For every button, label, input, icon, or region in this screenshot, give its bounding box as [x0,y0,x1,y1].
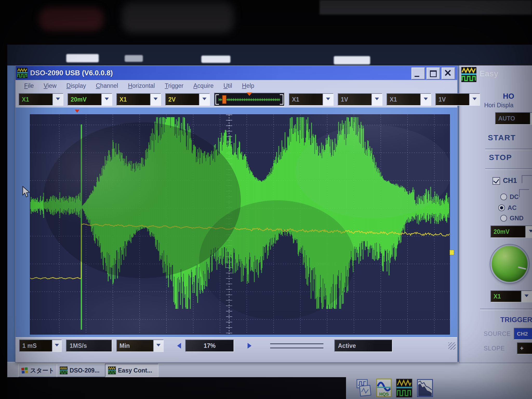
menu-item[interactable]: Help [237,80,259,91]
chevron-down-icon[interactable] [323,94,333,105]
menu-item[interactable]: Acquire [188,80,218,91]
minimize-icon [412,68,424,79]
coupling-dc-radio[interactable]: DC [500,193,519,201]
chevron-down-icon[interactable] [52,340,61,351]
hori-display-mode-dropdown[interactable]: AUTO [495,112,532,125]
title-bar[interactable]: DSO-2090 USB (V6.0.0.8) [16,66,457,80]
scope-display-svg[interactable] [30,115,450,334]
bezel-reflection [320,0,532,15]
scale-dropdown[interactable]: X1 [289,93,334,106]
radio-icon [498,204,505,211]
corner-bracket-icon [519,189,529,197]
dropdown-value: 1V [436,94,469,105]
toolbar: X1 20mV X1 2V [16,91,457,108]
trigger-pointer-icon [247,92,252,99]
scale-dropdown[interactable]: X1 [19,93,63,106]
samplerate-box: 1MS/s [66,340,112,352]
chevron-down-icon[interactable] [530,113,532,124]
menu-item[interactable]: Channel [91,80,123,91]
trigger-marker-handle[interactable] [222,95,227,104]
chevron-down-icon[interactable] [521,291,531,302]
scale-dropdown[interactable]: 1V [435,93,480,106]
chevron-down-icon[interactable] [101,94,112,105]
easy-window-title: Easy [480,69,498,78]
horizontal-heading: HO [503,92,514,101]
slider-right-bracket [280,94,283,105]
task-button-easy[interactable]: Easy Cont... [105,364,158,377]
dropdown-value: X1 [19,94,52,105]
vertical-position-knob[interactable] [490,245,529,283]
coupling-gnd-radio[interactable]: GND [500,215,523,222]
menu-item[interactable]: Horizontal [123,80,160,91]
dso-app-icon[interactable] [396,378,413,398]
chevron-down-icon[interactable] [371,94,382,105]
start-button[interactable]: START [486,133,517,142]
chevron-down-icon[interactable] [469,94,480,105]
scroll-left-icon[interactable] [177,343,181,349]
menu-item[interactable]: Util [218,80,237,91]
corner-bracket-icon [522,175,532,183]
menu-item[interactable]: View [39,80,61,91]
stop-button[interactable]: STOP [487,153,514,162]
dropdown-value: X1 [491,291,521,302]
window-title: DSO-2090 USB (V6.0.0.8) [30,69,113,77]
maximize-button[interactable] [427,68,440,79]
status-bar: 1 mS 1MS/s Min 17% Active [16,337,457,354]
close-button[interactable] [442,68,455,79]
ch1-volts-dropdown[interactable]: 20mV [490,225,532,238]
bezel-reflection [39,7,104,31]
monitor-screen: DSO-2090 USB (V6.0.0.8) FileViewDisplayC… [7,45,532,399]
trigger-position-slider[interactable] [214,93,285,106]
ch1-checkbox[interactable] [493,177,500,185]
scroll-right-icon[interactable] [248,343,251,349]
svg-text:HQS: HQS [379,392,389,397]
resize-grip-icon[interactable] [448,342,456,350]
start-menu-button[interactable]: スタート [18,364,59,377]
maximize-icon [427,68,440,79]
monitor-bezel [7,377,346,399]
dropdown-value: AUTO [496,113,530,124]
light-reflection [66,54,99,62]
menu-bar: FileViewDisplayChannelHorizontalTriggerA… [16,80,457,92]
spectrum-icon[interactable] [417,378,433,398]
waveform-display[interactable] [30,114,450,335]
scale-dropdown[interactable]: X1 [387,93,431,106]
task-button-dso[interactable]: DSO-209... [57,364,108,377]
acquire-mode-dropdown[interactable]: Min [116,340,164,352]
chevron-down-icon[interactable] [420,94,431,105]
dropdown-value: 20mV [491,226,525,237]
chevron-down-icon[interactable] [153,340,163,351]
chevron-down-icon[interactable] [199,94,209,105]
trigger-heading: TRIGGER [500,316,532,324]
start-label: スタート [30,367,55,375]
easy-control-panel: Easy HO Hori Displa AUTO START STOP CH1 … [459,64,532,363]
scale-dropdown[interactable]: X1 [116,93,161,106]
sine-wave-hqs-icon[interactable]: HQS [376,378,392,398]
bezel-reflection [122,2,234,33]
scale-dropdown[interactable]: 20mV [68,93,112,106]
square-wave-windows-icon[interactable] [355,378,372,398]
scroll-track[interactable] [270,343,323,348]
coupling-ac-radio[interactable]: AC [498,204,517,211]
dropdown-value: X1 [387,94,420,105]
menu-item[interactable]: Trigger [160,80,188,91]
chevron-down-icon[interactable] [52,94,63,105]
ch1-probe-dropdown[interactable]: X1 [490,290,532,302]
task-label: Easy Cont... [118,367,152,374]
minimize-button[interactable] [411,68,425,79]
menu-item[interactable]: Display [62,80,91,91]
chevron-down-icon[interactable] [525,226,532,237]
scale-dropdown[interactable]: 1V [338,93,382,106]
app-logo-icon [108,367,116,374]
chevron-down-icon[interactable] [150,94,161,105]
trigger-source-dropdown[interactable]: CH2 [514,328,532,340]
scale-dropdown[interactable]: 2V [165,93,210,106]
divider [480,309,532,310]
slider-left-bracket [215,94,219,105]
easy-title-bar[interactable]: Easy [459,65,532,85]
ch2-level-marker[interactable] [450,250,454,255]
trigger-slope-dropdown[interactable]: + [517,342,532,354]
timebase-dropdown[interactable]: 1 mS [19,340,62,352]
ch1-label: CH1 [503,177,517,185]
menu-item[interactable]: File [19,80,39,91]
